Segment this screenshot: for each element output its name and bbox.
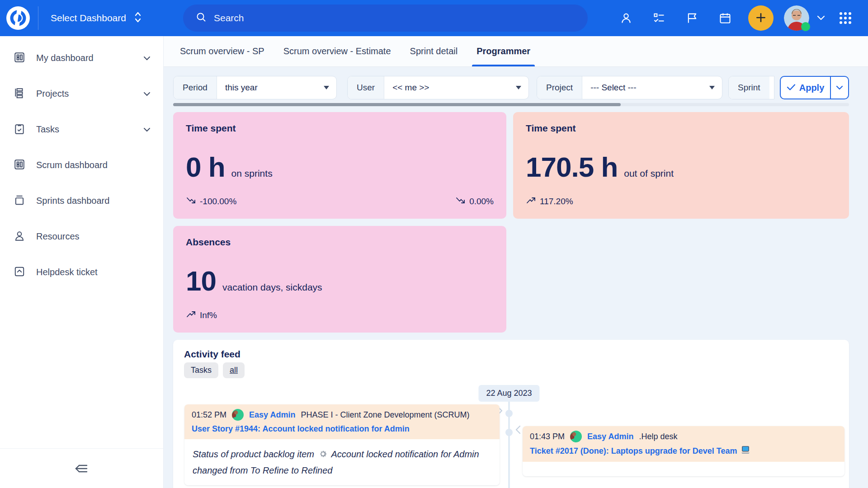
sidebar-item-tasks[interactable]: Tasks (0, 112, 163, 147)
activity-item: 01:52 PM Easy Admin PHASE I - Client Zon… (184, 404, 500, 485)
apply-split-button: Apply (780, 76, 849, 99)
period-filter: Period this year (173, 76, 337, 99)
project-filter-label: Project (537, 76, 582, 99)
card-value: 10 vacation days, sickdays (186, 265, 322, 297)
timeline-date-badge: 22 Aug 2023 (478, 385, 539, 402)
search-input[interactable] (214, 5, 588, 32)
top-header-bar: Select Dashboard (0, 0, 868, 36)
timeline-node (505, 410, 513, 417)
card-value-suffix: vacation days, sickdays (222, 282, 322, 293)
archive-box-icon (14, 194, 25, 207)
online-status-dot (801, 22, 810, 31)
apply-button[interactable]: Apply (781, 77, 830, 99)
activity-item-meta: 01:43 PM Easy Admin .Help desk (530, 431, 837, 442)
apps-grid-icon[interactable] (835, 0, 856, 36)
tab-scrum-overview-estimate[interactable]: Scrum overview - Estimate (283, 36, 392, 66)
absences-card: Absences 10 vacation days, sickdays Inf% (173, 226, 506, 333)
sidebar-item-resources[interactable]: Resources (0, 219, 163, 254)
card-value-number: 170.5 h (526, 151, 618, 183)
activity-item-body: Status of product backlog item Account l… (184, 439, 500, 485)
activity-time: 01:43 PM (530, 432, 565, 441)
metric-value: -100.00% (200, 197, 236, 206)
project-filter: Project --- Select --- (537, 76, 722, 99)
activity-item: 01:43 PM Easy Admin .Help desk Tick (523, 426, 844, 476)
chip-all[interactable]: all (223, 362, 245, 378)
sidebar-item-sprints-dashboard[interactable]: Sprints dashboard (0, 183, 163, 219)
create-new-button[interactable] (748, 5, 774, 31)
filter-bar: Period this year User << me >> Project -… (164, 76, 868, 108)
trending-down-icon (186, 195, 197, 208)
activity-ticket-link-text: Ticket #2017 (Done): Laptops upgrade for… (530, 446, 737, 456)
user-filter: User << me >> (347, 76, 529, 99)
period-filter-value[interactable]: this year (217, 76, 324, 99)
activity-item-header: 01:52 PM Easy Admin PHASE I - Client Zon… (184, 404, 500, 439)
check-icon (787, 83, 796, 93)
chevron-down-icon (143, 92, 151, 96)
activity-task-link[interactable]: User Story #1944: Account locked notific… (192, 424, 492, 434)
card-value-number: 10 (186, 265, 216, 297)
time-spent-sprints-card: Time spent 0 h on sprints -100.00% (173, 112, 506, 219)
activity-item-meta: 01:52 PM Easy Admin PHASE I - Client Zon… (192, 409, 492, 421)
sidebar-item-my-dashboard[interactable]: My dashboard (0, 40, 163, 76)
metric: Inf% (186, 309, 217, 322)
sidebar-item-label: Sprints dashboard (36, 196, 109, 206)
activity-task-link-text: User Story #1944: Account locked notific… (192, 424, 410, 434)
sidebar-item-projects[interactable]: Projects (0, 76, 163, 112)
user-mini-avatar (570, 431, 582, 442)
clipboard-check-icon (14, 123, 25, 136)
card-metrics: -100.00% 0.00% (186, 195, 494, 208)
sidebar-item-label: Projects (36, 89, 69, 99)
sidebar-item-label: Resources (36, 231, 80, 242)
search-icon (196, 12, 207, 24)
activity-item-body (523, 462, 844, 476)
sort-chevrons-icon (134, 11, 142, 25)
header-divider (38, 6, 38, 30)
card-value: 0 h on sprints (186, 151, 273, 183)
tab-programmer[interactable]: Programmer (476, 36, 531, 66)
trending-up-icon (526, 195, 537, 208)
card-title: Time spent (526, 123, 576, 134)
collapse-sidebar-button[interactable] (73, 462, 90, 475)
sidebar-item-scrum-dashboard[interactable]: Scrum dashboard (0, 147, 163, 183)
app-logo[interactable] (5, 5, 31, 31)
time-spent-out-of-sprint-card: Time spent 170.5 h out of sprint 117.20% (513, 112, 849, 219)
card-metrics: Inf% (186, 309, 494, 322)
user-profile-icon[interactable] (615, 0, 637, 36)
calendar-icon[interactable] (714, 0, 736, 36)
metric: -100.00% (186, 195, 236, 208)
apply-options-chevron[interactable] (830, 77, 848, 99)
tab-sprint-detail[interactable]: Sprint detail (409, 36, 459, 66)
chevron-left-icon (515, 425, 521, 435)
activity-filter-chips: Tasks all (184, 362, 245, 378)
trending-up-icon (186, 309, 197, 322)
metric: 117.20% (526, 195, 573, 208)
dropdown-caret-icon (324, 76, 336, 99)
sidebar-item-helpdesk-ticket[interactable]: Helpdesk ticket (0, 254, 163, 290)
sidebar-item-label: Scrum dashboard (36, 160, 108, 170)
activity-body-text: Status of product backlog item (193, 449, 314, 459)
task-checklist-icon[interactable] (648, 0, 670, 36)
horizontal-scrollbar-thumb[interactable] (173, 103, 621, 106)
dashboard-selector[interactable]: Select Dashboard (51, 0, 142, 36)
person-icon (14, 230, 25, 243)
sprint-filter-label[interactable]: Sprint (729, 76, 769, 99)
tab-scrum-overview-sp[interactable]: Scrum overview - SP (179, 36, 265, 66)
project-filter-value[interactable]: --- Select --- (582, 76, 709, 99)
easy-project-logo-icon (5, 25, 31, 32)
account-menu-chevron[interactable] (813, 0, 829, 36)
dropdown-caret-icon (709, 76, 722, 99)
activity-user-link[interactable]: Easy Admin (249, 410, 295, 420)
activity-item-header: 01:43 PM Easy Admin .Help desk Tick (523, 426, 844, 462)
activity-user-link[interactable]: Easy Admin (587, 432, 633, 441)
flag-icon[interactable] (681, 0, 703, 36)
dashboard-tabs: Scrum overview - SP Scrum overview - Est… (164, 36, 868, 67)
activity-ticket-link[interactable]: Ticket #2017 (Done): Laptops upgrade for… (530, 446, 837, 456)
activity-feed-title: Activity feed (184, 349, 241, 360)
metric: 0.00% (455, 195, 494, 208)
activity-project-context: PHASE I - Client Zone Development (SCRUM… (301, 410, 469, 420)
avatar[interactable] (784, 5, 809, 31)
metric-value: 0.00% (469, 197, 494, 206)
chip-tasks[interactable]: Tasks (184, 362, 218, 378)
sidebar-item-label: Tasks (36, 124, 59, 135)
user-filter-value[interactable]: << me >> (384, 76, 516, 99)
